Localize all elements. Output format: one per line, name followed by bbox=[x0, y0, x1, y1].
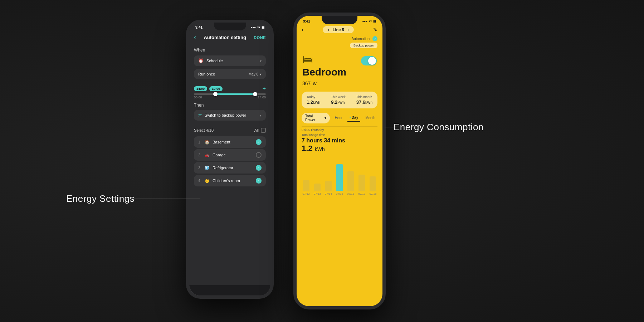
time-slider-section: 14:00 19:00 + 00:00 24:00 bbox=[189, 83, 271, 101]
phone2-screen: 9:41 ●●● ▾▾ ▮▮ ‹ ‹ Line 5 › ✎ Automation… bbox=[297, 16, 382, 306]
select-header: Select 4/10 All bbox=[189, 126, 271, 135]
wattage-display: 367 w bbox=[302, 78, 377, 87]
select-all-checkbox[interactable] bbox=[261, 128, 266, 133]
bar bbox=[325, 181, 332, 191]
battery-icon: ▮▮ bbox=[262, 26, 264, 29]
edit-button[interactable]: ✎ bbox=[373, 27, 377, 33]
today-stat: Today 1.2kWh bbox=[307, 95, 320, 105]
bar-group: 07/14 bbox=[324, 181, 333, 195]
run-once-row[interactable]: Run once May 8 ▾ bbox=[194, 69, 266, 79]
line-selector[interactable]: ‹ Line 5 › bbox=[323, 26, 353, 33]
bar bbox=[370, 176, 376, 191]
room-name: Bedroom bbox=[302, 67, 377, 78]
back-button[interactable]: ‹ bbox=[194, 34, 196, 41]
wifi-icon: ▾▾ bbox=[369, 20, 372, 23]
status-time: 9:41 bbox=[195, 25, 203, 29]
bar-label: 07/15 bbox=[336, 192, 343, 195]
bar-label: 07/16 bbox=[347, 192, 354, 195]
energy-settings-label: Energy Settings bbox=[66, 193, 135, 204]
backup-power-button[interactable]: Backup power bbox=[350, 43, 377, 48]
phone1-screen: 9:41 ●●● ▾▾ ▮▮ ‹ Automation setting DONE… bbox=[189, 23, 271, 285]
energy-settings-line bbox=[125, 199, 200, 199]
schedule-dropdown[interactable]: ⏰ Schedule ▾ bbox=[194, 55, 266, 66]
action-text: Switch to backup power bbox=[205, 113, 246, 117]
schedule-text: Schedule bbox=[206, 59, 223, 63]
bar bbox=[314, 184, 321, 191]
slider-thumb-right[interactable] bbox=[253, 92, 257, 96]
action-dropdown[interactable]: ⇄ Switch to backup power ▾ bbox=[194, 110, 266, 121]
bar bbox=[303, 180, 309, 191]
item-name: Refrigerator bbox=[213, 166, 253, 170]
tab-month[interactable]: Month bbox=[363, 114, 377, 121]
battery-icon: ▮▮ bbox=[373, 20, 376, 23]
usage-kwh: 1.2 kWh bbox=[297, 144, 382, 156]
notch bbox=[322, 16, 357, 24]
status-icons: ●●● ▾▾ ▮▮ bbox=[251, 26, 265, 29]
signal-icon: ●●● bbox=[362, 20, 368, 23]
nav-prev-icon[interactable]: ‹ bbox=[328, 28, 329, 32]
select-all-row[interactable]: All bbox=[254, 128, 266, 133]
filter-chevron-icon: ▾ bbox=[325, 116, 326, 120]
status-icons: ●●● ▾▾ ▮▮ bbox=[362, 20, 376, 23]
bar-group: 07/18 bbox=[369, 176, 377, 195]
automation-label: Automation bbox=[351, 37, 370, 41]
wifi-icon: ▾▾ bbox=[257, 26, 260, 29]
check-icon: ✓ bbox=[256, 139, 262, 145]
run-once-text: Run once bbox=[198, 72, 215, 76]
uncheck-icon bbox=[256, 152, 262, 158]
item-number: 4 bbox=[198, 179, 202, 183]
automation-header: ‹ Automation setting DONE bbox=[189, 31, 271, 44]
list-item[interactable]: 1 🏠 Basement ✓ bbox=[194, 136, 266, 148]
filter-row: Total Power ▾ Hour •Day Month bbox=[297, 111, 382, 126]
bar-label: 07/18 bbox=[369, 192, 376, 195]
list-item[interactable]: 2 🚗 Garage bbox=[194, 149, 266, 161]
bar-chart: 07/1207/1307/1407/1507/1607/1707/18 bbox=[297, 156, 382, 195]
usage-hours: 7 hours 34 mins bbox=[297, 137, 382, 144]
phone-automation: 9:41 ●●● ▾▾ ▮▮ ‹ Automation setting DONE… bbox=[186, 20, 274, 299]
nav-next-icon[interactable]: › bbox=[348, 28, 349, 32]
bar-label: 07/14 bbox=[325, 192, 332, 195]
bar-label: 07/12 bbox=[303, 192, 310, 195]
month-value: 37.6kWh bbox=[356, 99, 372, 105]
time-slider-track[interactable] bbox=[194, 93, 266, 95]
energy-consumption-line bbox=[385, 127, 428, 127]
room-icon: 🛏 bbox=[302, 53, 313, 65]
all-label: All bbox=[254, 128, 259, 132]
bar-group: 07/15 bbox=[335, 164, 344, 195]
check-icon: ✓ bbox=[256, 178, 262, 184]
today-label: Today bbox=[307, 95, 320, 99]
total-power-filter[interactable]: Total Power ▾ bbox=[302, 113, 330, 123]
back-button[interactable]: ‹ bbox=[302, 26, 303, 33]
bar-group: 07/13 bbox=[313, 184, 322, 195]
notch bbox=[214, 23, 246, 30]
month-stat: This month 37.6kWh bbox=[356, 95, 372, 105]
item-number: 3 bbox=[198, 166, 202, 170]
list-item[interactable]: 4 👶 Children's room ✓ bbox=[194, 175, 266, 186]
time-end-bubble: 19:00 bbox=[209, 86, 223, 91]
then-label: Then bbox=[194, 103, 266, 108]
schedule-left: ⏰ Schedule bbox=[198, 58, 223, 63]
bar bbox=[336, 164, 343, 191]
power-toggle[interactable] bbox=[361, 56, 377, 65]
bar-group: 07/17 bbox=[357, 175, 366, 195]
automation-check-icon: ✓ bbox=[372, 36, 377, 41]
bar-label: 07/13 bbox=[314, 192, 321, 195]
clock-icon: ⏰ bbox=[198, 58, 204, 63]
page-title: Automation setting bbox=[204, 35, 246, 40]
run-once-date: May 8 ▾ bbox=[249, 72, 262, 76]
today-value: 1.2kWh bbox=[307, 99, 320, 105]
action-left: ⇄ Switch to backup power bbox=[198, 113, 246, 118]
active-dot: • bbox=[350, 116, 351, 119]
tab-day[interactable]: •Day bbox=[347, 114, 360, 122]
slider-max-label: 24:00 bbox=[258, 96, 266, 99]
tab-hour[interactable]: Hour bbox=[333, 114, 345, 121]
phone-energy: 9:41 ●●● ▾▾ ▮▮ ‹ ‹ Line 5 › ✎ Automation… bbox=[293, 13, 386, 309]
room-section: 🛏 bbox=[297, 50, 382, 67]
slider-fill bbox=[215, 93, 255, 95]
list-item[interactable]: 3 🧊 Refrigerator ✓ bbox=[194, 162, 266, 174]
add-time-button[interactable]: + bbox=[263, 86, 266, 92]
done-button[interactable]: DONE bbox=[254, 35, 266, 40]
bar-label: 07/17 bbox=[358, 192, 365, 195]
total-power-label: Total Power bbox=[305, 114, 323, 122]
childrens-room-icon: 👶 bbox=[205, 179, 210, 183]
